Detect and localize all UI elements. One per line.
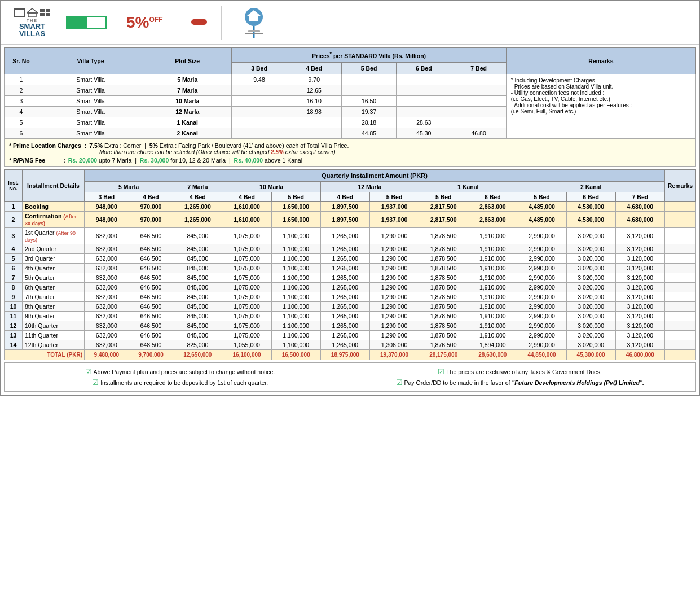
inst-val-cell: 646,500	[129, 311, 173, 321]
total-val: 45,300,000	[566, 349, 615, 360]
total-val: 12,650,000	[173, 349, 222, 360]
total-val: 16,500,000	[271, 349, 320, 360]
inst-val-cell: 1,075,000	[222, 301, 271, 311]
b5-cell: 16.50	[341, 95, 396, 106]
prices-header: Prices* per STANDARD Villa (Rs. Million)	[232, 48, 506, 63]
inst-val-cell: 1,910,000	[468, 292, 517, 301]
inst-12m-4b: 4 Bed	[320, 192, 369, 201]
inst-val-cell: 632,000	[85, 292, 129, 301]
remarks-cell: * Including Development Charges- Prices …	[506, 74, 695, 138]
inst-val-cell: 2,863,000	[468, 201, 517, 211]
inst-val-cell: 845,000	[173, 292, 222, 301]
inst-remarks-cell	[665, 292, 696, 301]
sr-cell: 4	[5, 106, 38, 117]
sr-header: Sr. No	[5, 48, 38, 74]
inst-row: 4 2nd Quarter 632,000646,500845,0001,075…	[5, 244, 696, 253]
total-remarks	[665, 349, 696, 360]
header-buttons	[66, 16, 107, 29]
sr-cell: 3	[5, 95, 38, 106]
inst-val-cell: 1,910,000	[468, 263, 517, 273]
inst-val-cell: 1,265,000	[320, 244, 369, 253]
inst-val-cell: 3,020,000	[566, 273, 615, 282]
inst-val-cell: 4,680,000	[615, 211, 664, 227]
footer-text-4: Pay Order/DD to be made in the favor of …	[404, 379, 644, 386]
plot-cell: 1 Kanal	[143, 117, 232, 128]
inst-row: 8 6th Quarter 632,000646,500845,0001,075…	[5, 282, 696, 292]
inst-val-cell: 1,290,000	[369, 321, 419, 330]
inst-val-cell: 845,000	[173, 311, 222, 321]
inst-row: 10 8th Quarter 632,000646,500845,0001,07…	[5, 301, 696, 311]
inst-val-cell: 3,120,000	[615, 330, 664, 340]
inst-remarks-cell	[665, 227, 696, 244]
quarterly-button[interactable]	[86, 16, 107, 29]
inst-val-cell: 845,000	[173, 227, 222, 244]
price-row: 1Smart Villa5 Marla9.489.70 * Including …	[5, 74, 696, 85]
total-val: 18,975,000	[320, 349, 369, 360]
inst-val-cell: 1,075,000	[222, 263, 271, 273]
inst-val-cell: 3,120,000	[615, 253, 664, 263]
inst-val-cell: 1,265,000	[320, 340, 369, 349]
inst-val-cell: 1,894,000	[468, 340, 517, 349]
inst-val-cell: 3,120,000	[615, 340, 664, 349]
inst-val-cell: 1,290,000	[369, 282, 419, 292]
inst-val-cell: 1,878,500	[419, 321, 468, 330]
inst-remarks-cell	[665, 282, 696, 292]
inst-1k-5b: 5 Bed	[419, 192, 468, 201]
inst-detail-cell: 10th Quarter	[23, 321, 85, 330]
inst-val-cell: 845,000	[173, 253, 222, 263]
inst-val-cell: 646,500	[129, 321, 173, 330]
prime-label: * Prime Location Charges :	[9, 142, 86, 149]
inst-val-cell: 4,680,000	[615, 201, 664, 211]
inst-total-row: TOTAL (PKR) 9,480,0009,700,00012,650,000…	[5, 349, 696, 360]
b6-cell	[397, 85, 451, 95]
b4-cell: 9.70	[287, 74, 341, 85]
total-val: 46,800,000	[615, 349, 664, 360]
bed-6-header: 6 Bed	[397, 62, 451, 74]
inst-val-cell: 1,075,000	[222, 311, 271, 321]
inst-val-cell: 1,910,000	[468, 273, 517, 282]
b6-cell: 28.63	[397, 117, 451, 128]
inst-val-cell: 1,910,000	[468, 301, 517, 311]
inst-val-cell: 1,100,000	[271, 321, 320, 330]
inst-val-cell: 1,075,000	[222, 292, 271, 301]
b6-cell: 45.30	[397, 128, 451, 138]
inst-12marla-header: 12 Marla	[320, 181, 419, 192]
plot-cell: 7 Marla	[143, 85, 232, 95]
b5-cell: 44.85	[341, 128, 396, 138]
inst-val-cell: 2,990,000	[517, 321, 566, 330]
rp-label: * R/P/MS Fee :	[9, 157, 65, 164]
inst-val-cell: 1,650,000	[271, 201, 320, 211]
footer-notes: ☑ Above Payment plan and prices are subj…	[4, 362, 696, 392]
inst-row: 5 3rd Quarter 632,000646,500845,0001,075…	[5, 253, 696, 263]
inst-val-cell: 646,500	[129, 301, 173, 311]
inst-val-cell: 948,000	[85, 201, 129, 211]
inst-val-cell: 1,910,000	[468, 253, 517, 263]
inst-1kanal-header: 1 Kanal	[419, 181, 517, 192]
inst-5m-4b: 4 Bed	[129, 192, 173, 201]
inst-val-cell: 2,990,000	[517, 263, 566, 273]
inst-val-cell: 646,500	[129, 330, 173, 340]
sr-cell: 2	[5, 85, 38, 95]
inst-5m-3b: 3 Bed	[85, 192, 129, 201]
inst-val-cell: 2,990,000	[517, 311, 566, 321]
total-val: 19,370,000	[369, 349, 419, 360]
inst-10m-4b: 4 Bed	[222, 192, 271, 201]
inst-val-cell: 3,120,000	[615, 311, 664, 321]
inst-val-cell: 1,075,000	[222, 321, 271, 330]
svg-rect-9	[245, 33, 263, 34]
inst-remarks-cell	[665, 311, 696, 321]
svg-rect-3	[46, 9, 50, 12]
inst-val-cell: 1,265,000	[173, 201, 222, 211]
inst-detail-cell: 6th Quarter	[23, 282, 85, 292]
months-button[interactable]	[66, 16, 86, 29]
inst-val-cell: 2,990,000	[517, 340, 566, 349]
inst-val-cell: 2,990,000	[517, 292, 566, 301]
inst-2kanal-header: 2 Kanal	[517, 181, 665, 192]
inst-no-header: Inst.No.	[5, 169, 23, 201]
inst-val-cell: 1,075,000	[222, 227, 271, 244]
type-cell: Smart Villa	[38, 85, 143, 95]
checkbox-2: ☑	[92, 378, 99, 387]
inst-val-cell: 1,265,000	[320, 330, 369, 340]
inst-val-cell: 3,020,000	[566, 330, 615, 340]
inst-val-cell: 1,100,000	[271, 301, 320, 311]
